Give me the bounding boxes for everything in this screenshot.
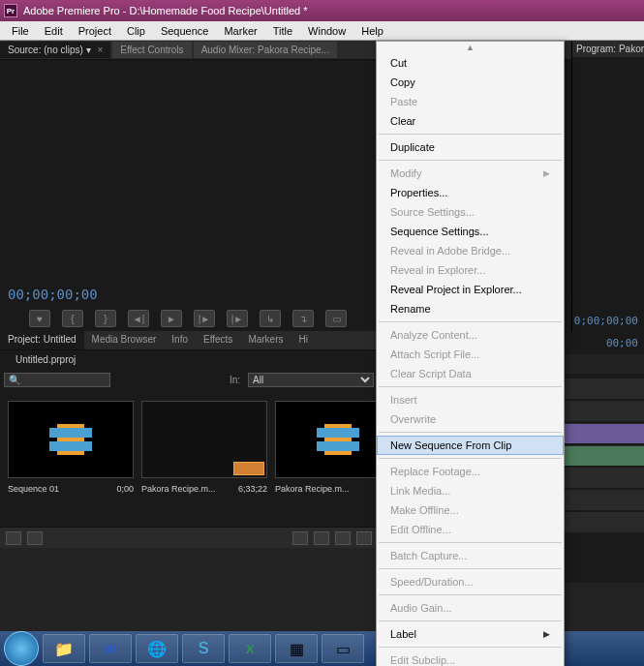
trash-icon[interactable]	[356, 531, 372, 545]
menu-item-label: Sequence Settings...	[390, 226, 489, 237]
menu-item-clear-script-data: Clear Script Data	[377, 364, 564, 383]
menu-item-label: Modify	[390, 167, 421, 179]
project-tabs: Project: Untitled Media Browser Info Eff…	[0, 331, 378, 350]
start-button[interactable]	[4, 631, 39, 666]
tab-program[interactable]: Program: Pakora	[572, 41, 644, 57]
menu-item-copy[interactable]: Copy	[377, 73, 564, 92]
step-fwd-button[interactable]: |►	[194, 310, 215, 327]
find-icon[interactable]	[292, 531, 308, 545]
overwrite-button[interactable]: ↴	[292, 310, 314, 327]
step-back-button[interactable]: ◄|	[128, 310, 149, 327]
transport-controls: ♥ { } ◄| ► |► |► ↳ ↴ ▭	[29, 310, 347, 327]
menu-separator	[379, 386, 562, 387]
menu-sequence[interactable]: Sequence	[153, 23, 217, 39]
menu-item-label: Make Offline...	[390, 504, 459, 516]
go-in-button[interactable]: }	[95, 310, 116, 327]
menubar: File Edit Project Clip Sequence Marker T…	[0, 21, 644, 41]
tab-info[interactable]: Info	[164, 331, 196, 349]
menu-item-label: Overwrite	[390, 413, 436, 425]
sequence-icon	[57, 424, 84, 455]
program-timecode: 0;00;00;00	[574, 315, 638, 327]
menu-item-label: Batch Capture...	[390, 550, 468, 561]
menu-item-analyze-content: Analyze Content...	[377, 325, 564, 345]
in-filter-select[interactable]: All	[248, 373, 374, 387]
project-toolbar	[0, 527, 378, 548]
menu-item-label: Replace Footage...	[390, 466, 480, 477]
menu-item-new-sequence-from-clip[interactable]: New Sequence From Clip	[377, 436, 564, 455]
dropdown-icon[interactable]: ▾	[86, 45, 91, 55]
new-item-icon[interactable]	[335, 531, 351, 545]
bin-item-sequence[interactable]: Sequence 010;00	[8, 401, 134, 517]
menu-separator	[379, 647, 562, 648]
titlebar: Pr Adobe Premiere Pro - D:\Homemade Food…	[0, 0, 644, 21]
menu-item-duplicate[interactable]: Duplicate	[377, 137, 564, 157]
search-input[interactable]	[4, 373, 110, 387]
taskbar-skype[interactable]: S	[182, 634, 225, 663]
item-duration: 0;00	[116, 484, 134, 494]
taskbar-excel[interactable]: X	[229, 634, 271, 663]
menu-item-speed-duration: Speed/Duration...	[377, 572, 564, 591]
menu-item-label: Reveal Project in Explorer...	[390, 284, 522, 295]
menu-edit[interactable]: Edit	[37, 23, 71, 39]
menu-item-label: Cut	[390, 57, 407, 69]
tab-media-browser[interactable]: Media Browser	[84, 331, 165, 349]
menu-item-reveal-project-in-explorer[interactable]: Reveal Project in Explorer...	[377, 280, 564, 299]
menu-file[interactable]: File	[4, 23, 37, 39]
tab-effects[interactable]: Effects	[196, 331, 240, 349]
project-bin: Sequence 010;00 Pakora Recipe.m...6;33;2…	[0, 391, 378, 527]
play-button[interactable]: ►	[161, 310, 182, 327]
bin-item-video[interactable]: Pakora Recipe.m...6;33;22	[141, 401, 267, 517]
menu-item-properties[interactable]: Properties...	[377, 183, 564, 202]
menu-separator	[379, 160, 562, 161]
menu-clip[interactable]: Clip	[119, 23, 153, 39]
sequence-icon	[324, 424, 352, 455]
mark-in-button[interactable]: ♥	[29, 310, 50, 327]
tab-source-label: Source: (no clips)	[8, 45, 83, 55]
menu-scroll-up[interactable]: ▲	[377, 42, 564, 53]
taskbar-chrome[interactable]: 🌐	[136, 634, 178, 663]
app-icon: Pr	[4, 4, 17, 17]
menu-window[interactable]: Window	[300, 23, 353, 39]
icon-view-icon[interactable]	[27, 531, 43, 545]
menu-item-label: Paste	[390, 96, 417, 107]
menu-project[interactable]: Project	[71, 23, 119, 39]
list-view-icon[interactable]	[6, 531, 21, 545]
menu-help[interactable]: Help	[353, 23, 391, 39]
close-icon[interactable]: ×	[97, 45, 103, 55]
menu-separator	[379, 321, 562, 322]
submenu-arrow-icon: ▶	[543, 168, 550, 178]
project-panel: Project: Untitled Media Browser Info Eff…	[0, 331, 378, 583]
tab-markers[interactable]: Markers	[240, 331, 291, 349]
menu-item-label[interactable]: Label▶	[377, 624, 564, 644]
menu-item-label: Analyze Content...	[390, 329, 477, 341]
menu-marker[interactable]: Marker	[216, 23, 264, 39]
taskbar-app[interactable]: ▦	[275, 634, 318, 663]
export-frame-button[interactable]: ▭	[325, 310, 347, 327]
tab-source[interactable]: Source: (no clips) ▾ ×	[0, 42, 110, 58]
submenu-arrow-icon: ▶	[543, 629, 550, 639]
menu-item-cut[interactable]: Cut	[377, 53, 564, 73]
taskbar-app2[interactable]: ▭	[322, 634, 364, 663]
menu-title[interactable]: Title	[265, 23, 300, 39]
taskbar-explorer[interactable]: 📁	[43, 634, 85, 663]
insert-button[interactable]: ↳	[260, 310, 281, 327]
menu-item-label: Reveal in Explorer...	[390, 264, 485, 276]
tab-audio-mixer[interactable]: Audio Mixer: Pakora Recipe...	[194, 42, 337, 58]
menu-separator	[379, 134, 562, 135]
new-bin-icon[interactable]	[314, 531, 329, 545]
clip-context-menu: ▲ CutCopyPasteClearDuplicateModify▶Prope…	[376, 41, 565, 666]
menu-item-label: Properties...	[390, 187, 447, 198]
mark-out-button[interactable]: {	[62, 310, 83, 327]
menu-item-attach-script-file: Attach Script File...	[377, 345, 564, 364]
taskbar-word[interactable]: W	[89, 634, 132, 663]
tab-project[interactable]: Project: Untitled	[0, 331, 84, 349]
menu-separator	[379, 594, 562, 595]
menu-item-sequence-settings[interactable]: Sequence Settings...	[377, 222, 564, 241]
menu-item-clear[interactable]: Clear	[377, 111, 564, 131]
go-out-button[interactable]: |►	[227, 310, 248, 327]
workspace: Source: (no clips) ▾ × Effect Controls A…	[0, 41, 644, 666]
tab-effect-controls[interactable]: Effect Controls	[112, 42, 191, 58]
tab-history[interactable]: Hi	[291, 331, 316, 349]
program-monitor: Program: Pakora 0;00;00;00	[571, 41, 644, 331]
menu-item-rename[interactable]: Rename	[377, 299, 564, 318]
